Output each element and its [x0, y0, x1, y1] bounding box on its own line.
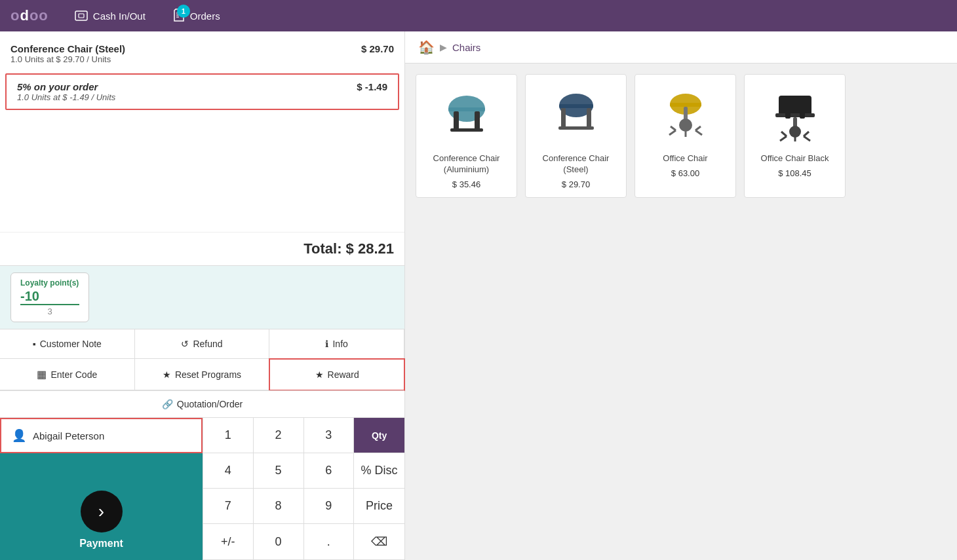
svg-point-29 [789, 126, 801, 138]
discount-detail: 1.0 Units at $ -1.49 / Units [17, 92, 115, 102]
customer-icon: 👤 [12, 428, 26, 443]
customer-button[interactable]: 👤 Abigail Peterson [0, 418, 203, 453]
numpad-key--[interactable]: . [304, 524, 355, 560]
loyalty-box: Loyalty point(s) -10 3 [10, 272, 89, 322]
numpad-key----[interactable]: +/- [203, 524, 254, 560]
info-icon: ℹ [325, 339, 328, 349]
numpad-key-8[interactable]: 8 [254, 489, 304, 524]
orders-button[interactable]: 1 Orders [172, 9, 220, 24]
home-icon[interactable]: 🏠 [418, 39, 435, 55]
product-card-name-conf-alum: Conference Chair (Aluminium) [424, 153, 509, 176]
customer-note-icon: ▪ [33, 339, 36, 349]
order-total: Total: $ 28.21 [0, 232, 404, 265]
numpad-key--[interactable]: ⌫ [354, 524, 404, 560]
product-card-office-black[interactable]: Office Chair Black$ 108.45 [744, 74, 846, 198]
customer-name: Abigail Peterson [33, 430, 104, 441]
star-icon-reset: ★ [163, 369, 171, 380]
product-card-conf-steel[interactable]: Conference Chair (Steel)$ 29.70 [525, 74, 627, 198]
quotation-order-button[interactable]: 🔗 Quotation/Order [0, 390, 404, 417]
svg-rect-26 [785, 96, 791, 119]
loyalty-sub: 3 [20, 307, 79, 316]
svg-rect-11 [559, 104, 593, 108]
product-card-name-conf-steel: Conference Chair (Steel) [534, 153, 618, 176]
refund-button[interactable]: ↺ Refund [135, 329, 270, 359]
numpad-key-6[interactable]: 6 [304, 453, 355, 489]
reward-button[interactable]: ★ Reward [269, 358, 405, 391]
product-card-name-office-black: Office Chair Black [761, 153, 829, 164]
product-detail-1: 1.0 Units at $ 29.70 / Units [10, 54, 125, 64]
product-card-price-conf-alum: $ 35.46 [452, 179, 480, 189]
svg-rect-9 [450, 128, 483, 132]
product-image-office [653, 83, 718, 148]
svg-rect-0 [75, 11, 87, 20]
link-icon: 🔗 [162, 399, 173, 409]
orders-badge: 1 [177, 5, 190, 18]
payment-label: Payment [79, 538, 123, 550]
product-card-price-office: $ 63.00 [671, 168, 699, 178]
left-panel: Conference Chair (Steel) 1.0 Units at $ … [0, 31, 405, 560]
svg-rect-8 [475, 111, 480, 130]
numpad-key-4[interactable]: 4 [203, 453, 254, 489]
numpad-key-3[interactable]: 3 [304, 418, 355, 453]
numpad-key-5[interactable]: 5 [254, 453, 304, 489]
topbar: odoo Cash In/Out 1 Orders [0, 0, 957, 31]
numpad-key-9[interactable]: 9 [304, 489, 355, 524]
total-label: Total: [303, 240, 342, 257]
discount-price: $ -1.49 [357, 81, 387, 92]
breadcrumb-category[interactable]: Chairs [452, 42, 480, 53]
products-grid: Conference Chair (Aluminium)$ 35.46 Conf… [405, 64, 957, 560]
svg-rect-13 [587, 108, 591, 128]
product-image-office-black [762, 83, 828, 148]
discount-name: 5% on your order [17, 81, 115, 92]
cash-in-out-button[interactable]: Cash In/Out [75, 10, 146, 22]
product-card-conf-alum[interactable]: Conference Chair (Aluminium)$ 35.46 [416, 74, 517, 198]
refund-icon: ↺ [181, 339, 189, 349]
customer-note-button[interactable]: ▪ Customer Note [0, 329, 135, 359]
reset-programs-button[interactable]: ★ Reset Programs [135, 359, 270, 390]
star-icon-reward: ★ [315, 369, 324, 380]
svg-line-21 [671, 126, 676, 130]
odoo-logo: odoo [10, 7, 49, 24]
product-image-conf-alum [434, 83, 499, 148]
product-name-1: Conference Chair (Steel) [10, 43, 125, 54]
numpad-key-1[interactable]: 1 [203, 418, 254, 453]
action-buttons: ▪ Customer Note ↺ Refund ℹ Info ▦ Enter … [0, 329, 404, 417]
order-lines: Conference Chair (Steel) 1.0 Units at $ … [0, 31, 404, 232]
product-card-price-conf-steel: $ 29.70 [562, 179, 590, 189]
svg-rect-25 [775, 113, 815, 117]
loyalty-value: -10 [20, 289, 79, 305]
main-area: Conference Chair (Steel) 1.0 Units at $ … [0, 31, 957, 560]
cash-in-out-label: Cash In/Out [93, 10, 146, 22]
order-line-discount[interactable]: 5% on your order 1.0 Units at $ -1.49 / … [5, 73, 399, 110]
numpad-key-Price[interactable]: Price [354, 489, 404, 524]
payment-section: › Payment [0, 453, 203, 560]
breadcrumb-bar: 🏠 ▶ Chairs [405, 31, 957, 64]
numpad-key---Disc[interactable]: % Disc [354, 453, 404, 489]
total-value: $ 28.21 [346, 240, 394, 257]
svg-rect-16 [670, 103, 701, 107]
numpad-grid: 123Qty456% Disc789Price+/-0.⌫ [203, 418, 404, 560]
product-card-name-office: Office Chair [663, 153, 707, 164]
orders-label: Orders [190, 10, 220, 22]
numpad-key-0[interactable]: 0 [254, 524, 304, 560]
customer-section: 👤 Abigail Peterson › Payment [0, 418, 203, 560]
svg-line-19 [669, 130, 676, 135]
numpad-section: 👤 Abigail Peterson › Payment 123Qty456% … [0, 417, 404, 560]
order-line-1[interactable]: Conference Chair (Steel) 1.0 Units at $ … [0, 37, 404, 71]
numpad-key-7[interactable]: 7 [203, 489, 254, 524]
product-price-1: $ 29.70 [361, 43, 394, 54]
numpad-key-2[interactable]: 2 [254, 418, 304, 453]
product-card-price-office-black: $ 108.45 [778, 168, 811, 178]
numpad-key-Qty[interactable]: Qty [354, 418, 404, 453]
enter-code-button[interactable]: ▦ Enter Code [0, 359, 135, 390]
info-button[interactable]: ℹ Info [269, 329, 404, 359]
svg-rect-7 [454, 111, 459, 130]
svg-line-30 [780, 136, 787, 141]
loyalty-label: Loyalty point(s) [20, 278, 79, 288]
svg-rect-6 [448, 107, 485, 111]
payment-button[interactable]: › [81, 491, 123, 532]
product-card-office[interactable]: Office Chair$ 63.00 [635, 74, 736, 198]
svg-line-22 [695, 126, 701, 130]
breadcrumb-arrow: ▶ [440, 42, 447, 52]
right-panel: 🏠 ▶ Chairs Conference Chair (Aluminium)$… [405, 31, 957, 560]
